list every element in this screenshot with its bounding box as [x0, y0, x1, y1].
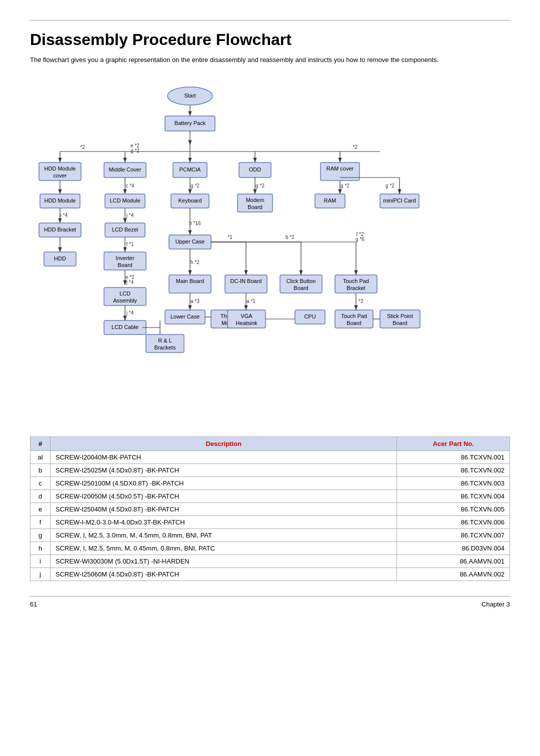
svg-text:RAM cover: RAM cover: [326, 165, 354, 171]
svg-text:miniPCI Card: miniPCI Card: [383, 197, 416, 203]
svg-text:a *3: a *3: [190, 298, 200, 304]
svg-text:j *4: j *4: [126, 212, 134, 218]
svg-text:Middle Cover: Middle Cover: [109, 166, 142, 172]
svg-text:Board: Board: [392, 320, 407, 326]
svg-text:*2: *2: [80, 144, 85, 150]
svg-text:cover: cover: [54, 172, 67, 178]
page-number: 61: [30, 600, 37, 608]
table-row: c SCREW-I250100M (4.5DX0.8T) -BK-PATCH 8…: [30, 476, 510, 490]
table-row: f SCREW-I-M2.0-3.0-M-4.0Dx0.3T-BK-PATCH …: [30, 516, 510, 528]
row-part: 86.TCXVN.004: [397, 490, 510, 502]
svg-text:g *2: g *2: [340, 183, 350, 188]
row-part: 86.D03VN.004: [397, 542, 510, 554]
row-id: g: [30, 528, 50, 542]
svg-text:Upper Case: Upper Case: [176, 238, 205, 244]
svg-text:Main Board: Main Board: [176, 278, 204, 284]
row-id: e: [30, 502, 50, 516]
svg-text:f *1: f *1: [126, 242, 134, 247]
svg-text:Heatsink: Heatsink: [236, 320, 258, 326]
svg-text:*2: *2: [358, 298, 364, 304]
row-desc: SCREW-I25025M (4.5Dx0.8T) -BK-PATCH: [50, 464, 397, 476]
row-desc: SCREW-I250100M (4.5DX0.8T) -BK-PATCH: [50, 476, 397, 490]
intro-text: The flowchart gives you a graphic repres…: [30, 55, 510, 65]
table-row: e SCREW-I25040M (4.5Dx0.8T) -BK-PATCH 86…: [30, 502, 510, 516]
parts-table: # Description Acer Part No. al SCREW-I20…: [30, 436, 510, 581]
svg-text:LCD: LCD: [120, 290, 130, 296]
row-desc: SCREW-I25040M (4.5Dx0.8T) -BK-PATCH: [50, 502, 397, 516]
svg-text:j *4: j *4: [126, 310, 134, 316]
col-header-hash: #: [30, 436, 50, 450]
svg-text:i *4: i *4: [60, 212, 68, 218]
row-part: 86.AAMVN.002: [397, 568, 510, 580]
svg-text:Battery Pack: Battery Pack: [174, 120, 206, 126]
row-id: j: [30, 568, 50, 580]
svg-text:R & L: R & L: [158, 337, 172, 343]
svg-text:g *2: g *2: [190, 183, 200, 188]
svg-text:HDD Module: HDD Module: [44, 197, 76, 203]
svg-text:Assembly: Assembly: [113, 297, 137, 303]
table-row: i SCREW-WI30030M (5.0Dx1.5T) -NI-HARDEN …: [30, 554, 510, 568]
svg-text:ODD: ODD: [249, 166, 262, 172]
svg-text:g *2: g *2: [256, 183, 264, 188]
svg-text:VGA: VGA: [240, 312, 252, 318]
table-row: h SCREW, I, M2.5, 5mm, M, 0.45mm, 0.8mm,…: [30, 542, 510, 554]
row-id: f: [30, 516, 50, 528]
row-desc: SCREW, I, M2.5, 5mm, M, 0.45mm, 0.8mm, B…: [50, 542, 397, 554]
svg-text:Board: Board: [118, 262, 132, 268]
col-header-part: Acer Part No.: [397, 436, 510, 450]
svg-text:LCD Module: LCD Module: [110, 197, 140, 203]
svg-text:*2: *2: [352, 144, 358, 150]
row-desc: SCREW-WI30030M (5.0Dx1.5T) -NI-HARDEN: [50, 554, 397, 568]
svg-text:*1: *1: [228, 234, 232, 240]
col-header-desc: Description: [50, 436, 397, 450]
svg-text:LCD Cable: LCD Cable: [112, 324, 138, 330]
row-desc: SCREW-I25060M (4.5Dx0.8T) -BK-PATCH: [50, 568, 397, 580]
svg-text:Modem: Modem: [246, 196, 264, 202]
row-part: 86.TCXVN.003: [397, 476, 510, 490]
svg-text:Board: Board: [294, 284, 308, 290]
svg-text:g *6: g *6: [356, 236, 364, 242]
chapter-label: Chapter 3: [482, 600, 510, 608]
svg-text:Inverter: Inverter: [116, 254, 134, 260]
svg-text:Board: Board: [346, 320, 361, 326]
svg-text:g *2: g *2: [386, 183, 394, 188]
svg-text:h *2: h *2: [190, 260, 200, 265]
svg-text:HDD: HDD: [54, 255, 66, 261]
svg-text:Stick Point: Stick Point: [387, 312, 413, 318]
row-part: 86.TCXVN.006: [397, 516, 510, 528]
table-row: b SCREW-I25025M (4.5Dx0.8T) -BK-PATCH 86…: [30, 464, 510, 476]
page-title: Disassembly Procedure Flowchart: [30, 30, 510, 49]
svg-text:DC-IN Board: DC-IN Board: [230, 278, 262, 284]
row-part: 86.TCXVN.007: [397, 528, 510, 542]
row-part: 86.TCXVN.002: [397, 464, 510, 476]
row-id: d: [30, 490, 50, 502]
svg-text:Bracket: Bracket: [346, 284, 365, 290]
row-id: al: [30, 450, 50, 464]
svg-text:HDD Bracket: HDD Bracket: [44, 226, 76, 232]
row-id: h: [30, 542, 50, 554]
row-id: i: [30, 554, 50, 568]
svg-text:Board: Board: [248, 204, 262, 210]
svg-text:Brackets: Brackets: [154, 344, 176, 350]
svg-text:a *1: a *1: [246, 298, 256, 304]
row-desc: SCREW, I, M2.5, 3.0mm, M, 4.5mm, 0.8mm, …: [50, 528, 397, 542]
svg-text:HDD Module: HDD Module: [44, 165, 76, 171]
svg-text:Keyboard: Keyboard: [178, 197, 202, 203]
row-desc: SCREW-I20040M-BK-PATCH: [50, 450, 397, 464]
svg-text:LCD Bezel: LCD Bezel: [112, 226, 138, 232]
svg-text:Touch Pad: Touch Pad: [341, 312, 367, 318]
row-desc: SCREW-I-M2.0-3.0-M-4.0Dx0.3T-BK-PATCH: [50, 516, 397, 528]
row-desc: SCREW-I20050M (4.5Dx0.5T) -BK-PATCH: [50, 490, 397, 502]
row-id: c: [30, 476, 50, 490]
flowchart: Start Battery Pack *2 e *2 g *2 *2 HDD M…: [30, 80, 510, 422]
svg-text:PCMCIA: PCMCIA: [180, 166, 201, 172]
row-part: 86.TCXVN.005: [397, 502, 510, 516]
svg-text:RAM: RAM: [324, 197, 336, 203]
page-footer: 61 Chapter 3: [30, 596, 510, 608]
row-part: 86.TCXVN.001: [397, 450, 510, 464]
row-part: 86.AAMVN.001: [397, 554, 510, 568]
table-row: d SCREW-I20050M (4.5Dx0.5T) -BK-PATCH 86…: [30, 490, 510, 502]
table-row: al SCREW-I20040M-BK-PATCH 86.TCXVN.001: [30, 450, 510, 464]
svg-text:Lower Case: Lower Case: [170, 313, 200, 319]
row-id: b: [30, 464, 50, 476]
